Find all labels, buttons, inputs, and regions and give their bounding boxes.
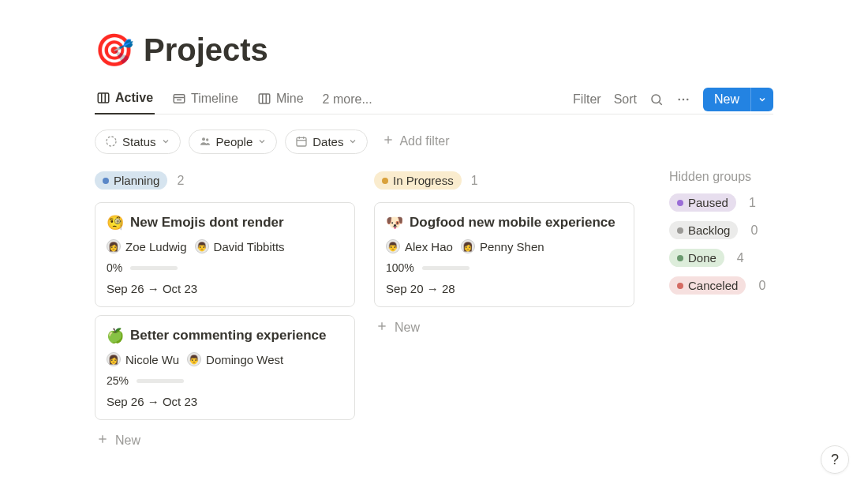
add-card-button[interactable]: New <box>95 428 355 453</box>
svg-point-15 <box>202 137 205 141</box>
tab-active[interactable]: Active <box>95 84 155 114</box>
svg-point-13 <box>687 98 689 100</box>
svg-rect-3 <box>174 94 185 103</box>
hidden-group-done[interactable]: Done 4 <box>669 249 765 267</box>
people-icon <box>199 135 211 148</box>
status-chip-in-progress: In Progress <box>374 171 462 190</box>
help-button[interactable]: ? <box>821 445 849 474</box>
add-card-label: New <box>395 321 420 335</box>
hidden-group-count: 0 <box>758 279 765 293</box>
svg-rect-6 <box>259 94 270 103</box>
plus-icon <box>376 320 388 336</box>
card[interactable]: 🍏 Better commenting experience 👩 Nicole … <box>95 315 355 420</box>
hidden-group-count: 0 <box>750 223 758 238</box>
hidden-group-count: 4 <box>737 251 744 265</box>
column-header[interactable]: Planning 2 <box>95 170 355 194</box>
page-title[interactable]: Projects <box>144 32 268 68</box>
filter-pill-people[interactable]: People <box>189 130 278 154</box>
calendar-icon <box>295 135 308 148</box>
assignees: 👩 Nicole Wu 👨 Domingo West <box>107 352 343 366</box>
status-dot <box>382 178 388 184</box>
progress-percent: 0% <box>107 261 122 274</box>
assignee[interactable]: 👩 Zoe Ludwig <box>107 239 187 253</box>
hidden-groups-title: Hidden groups <box>669 170 765 184</box>
plus-icon <box>96 433 109 449</box>
progress-percent: 25% <box>107 374 129 387</box>
column-header[interactable]: In Progress 1 <box>374 170 634 194</box>
more-icon[interactable] <box>676 92 690 107</box>
new-button[interactable]: New <box>703 88 750 111</box>
svg-point-12 <box>683 98 685 100</box>
card-title: Dogfood new mobile experience <box>410 215 615 231</box>
filter-pill-label: People <box>216 135 253 148</box>
hidden-group-canceled[interactable]: Canceled 0 <box>669 276 765 295</box>
filter-pill-dates[interactable]: Dates <box>285 130 368 154</box>
card-date: Sep 26 → Oct 23 <box>107 395 343 408</box>
hidden-group-paused[interactable]: Paused 1 <box>669 193 765 212</box>
avatar: 👩 <box>107 239 121 253</box>
filter-button[interactable]: Filter <box>573 92 601 107</box>
board-icon <box>96 91 110 105</box>
status-chip-backlog: Backlog <box>669 221 738 239</box>
page-icon[interactable]: 🎯 <box>95 32 134 69</box>
hidden-group-backlog[interactable]: Backlog 0 <box>669 221 765 239</box>
assignee[interactable]: 👨 David Tibbitts <box>195 239 285 253</box>
status-label: In Progress <box>393 174 454 187</box>
tab-label: Timeline <box>191 92 238 106</box>
progress-bar <box>130 266 178 270</box>
avatar: 👨 <box>187 352 201 366</box>
add-filter-button[interactable]: Add filter <box>376 129 455 154</box>
views-tabbar: Active Timeline Mine 2 more... Filter So… <box>95 84 773 114</box>
board-column-planning: Planning 2 🧐 New Emojis dont render 👩 Zo… <box>95 170 355 453</box>
status-label: Paused <box>688 196 728 209</box>
add-card-button[interactable]: New <box>374 315 634 340</box>
assignee[interactable]: 👩 Nicole Wu <box>107 352 179 366</box>
tab-label: Mine <box>276 92 304 106</box>
assignee[interactable]: 👨 Domingo West <box>187 352 283 366</box>
search-icon[interactable] <box>649 92 664 107</box>
progress-bar <box>137 379 184 383</box>
hidden-group-count: 1 <box>749 196 756 210</box>
board-icon <box>257 92 271 106</box>
svg-point-11 <box>678 98 680 100</box>
card-icon: 🧐 <box>107 214 124 231</box>
board-column-in-progress: In Progress 1 🐶 Dogfood new mobile exper… <box>374 170 634 340</box>
new-button-dropdown[interactable] <box>750 88 773 111</box>
tab-mine[interactable]: Mine <box>256 85 305 114</box>
avatar: 👩 <box>107 352 121 366</box>
sort-button[interactable]: Sort <box>614 92 637 107</box>
card[interactable]: 🧐 New Emojis dont render 👩 Zoe Ludwig 👨 … <box>95 202 355 307</box>
new-button-group: New <box>703 88 773 111</box>
assignee[interactable]: 👨 Alex Hao <box>386 239 453 253</box>
assignees: 👨 Alex Hao 👩 Penny Shen <box>386 239 623 253</box>
tab-timeline[interactable]: Timeline <box>170 85 240 114</box>
status-chip-canceled: Canceled <box>669 276 746 295</box>
status-dot <box>677 255 683 261</box>
avatar: 👩 <box>461 239 475 253</box>
status-chip-done: Done <box>669 249 724 267</box>
card-title: New Emojis dont render <box>130 215 284 231</box>
assignees: 👩 Zoe Ludwig 👨 David Tibbitts <box>107 239 343 253</box>
add-filter-label: Add filter <box>399 134 449 148</box>
more-views-button[interactable]: 2 more... <box>321 86 374 113</box>
svg-point-16 <box>206 138 208 141</box>
status-label: Canceled <box>688 279 738 292</box>
svg-line-10 <box>659 102 661 104</box>
filter-pill-status[interactable]: Status <box>95 130 181 154</box>
status-label: Done <box>688 251 716 265</box>
status-dot <box>677 227 683 234</box>
tab-label: Active <box>115 91 153 105</box>
column-count: 1 <box>471 174 478 188</box>
filter-pill-label: Dates <box>312 135 343 148</box>
assignee-name: Alex Hao <box>405 240 453 253</box>
timeline-icon <box>172 92 186 106</box>
card[interactable]: 🐶 Dogfood new mobile experience 👨 Alex H… <box>374 202 634 307</box>
chevron-down-icon <box>348 137 357 146</box>
page-header: 🎯 Projects <box>95 32 773 69</box>
assignee-name: Nicole Wu <box>125 353 179 366</box>
progress-bar <box>422 266 470 270</box>
svg-rect-17 <box>297 137 306 146</box>
assignee[interactable]: 👩 Penny Shen <box>461 239 544 253</box>
assignee-name: Penny Shen <box>480 240 544 253</box>
column-count: 2 <box>177 174 184 188</box>
